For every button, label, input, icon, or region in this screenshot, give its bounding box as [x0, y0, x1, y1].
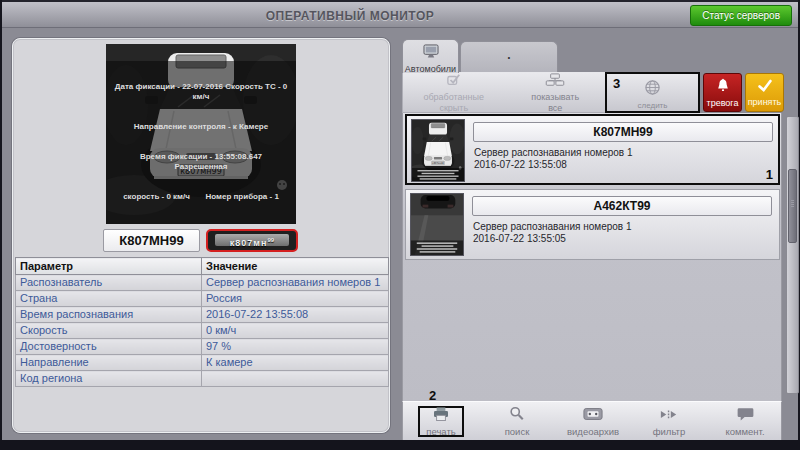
archive-label: видеоархив — [567, 426, 619, 437]
alarm-button[interactable]: тревога — [703, 73, 742, 112]
filter-playback-icon — [660, 407, 678, 425]
parameters-table: Параметр Значение РаспознавательСервер р… — [15, 257, 389, 387]
event-time: 2016-07-22 13:55:05 — [473, 233, 566, 244]
org-chart-icon — [545, 73, 565, 91]
check-icon — [746, 78, 783, 97]
recognition-list: К807МН99 Сервер распознавания номеров 1 … — [402, 113, 782, 401]
window-title: ОПЕРАТИВНЫЙ МОНИТОР — [2, 9, 698, 23]
scrollbar-thumb[interactable] — [788, 169, 797, 243]
print-label: печать — [426, 426, 455, 437]
bottom-toolbar: печать поиск видеоархив фильтр коммент. — [402, 401, 782, 440]
operational-monitor-window: ОПЕРАТИВНЫЙ МОНИТОР Статус серверов — [0, 0, 800, 450]
hide-processed-button[interactable]: обработанные скрыть — [403, 73, 505, 112]
col-header-param: Параметр — [16, 258, 202, 275]
comment-bubble-icon — [737, 407, 754, 425]
comment-label: коммент. — [725, 426, 764, 437]
follow-button[interactable]: 3 следить — [605, 72, 700, 113]
show-all-label-1: показывать — [531, 92, 579, 102]
event-server: Сервер распознавания номеров 1 — [473, 221, 631, 232]
table-row: Достоверность97 % — [16, 339, 389, 355]
list-item[interactable]: А462КТ99 Сервер распознавания номеров 1 … — [405, 189, 780, 260]
table-row: РаспознавательСервер распознавания номер… — [16, 275, 389, 291]
follow-label: следить — [607, 101, 698, 110]
title-bar: ОПЕРАТИВНЫЙ МОНИТОР Статус серверов — [2, 0, 798, 28]
tab-second[interactable]: . — [460, 41, 558, 73]
printer-icon — [432, 407, 450, 425]
comment-button[interactable]: коммент. — [710, 406, 780, 437]
overlay-line: Дата фиксации - 22-07-2016 Скорость ТС -… — [108, 82, 294, 102]
table-row: Скорость0 км/ч — [16, 323, 389, 339]
list-scrollbar[interactable] — [786, 116, 799, 394]
col-header-value: Значение — [202, 258, 389, 275]
plate-strip: к807мн99 — [215, 234, 289, 246]
follow-count-badge: 3 — [613, 76, 620, 91]
hide-processed-label-2: скрыть — [439, 103, 468, 113]
table-row: Код региона — [16, 371, 389, 387]
list-item[interactable]: К807МН99 Сервер распознавания номеров 1 … — [405, 114, 780, 185]
bell-icon — [704, 78, 741, 98]
video-archive-button[interactable]: видеоархив — [558, 406, 628, 437]
event-thumbnail — [410, 193, 464, 256]
overlay-line: Направление контроля - к Камере — [108, 122, 294, 132]
tab-cars-label: Автомобили — [403, 64, 458, 74]
search-label: поиск — [505, 426, 530, 437]
globe-eye-icon — [607, 79, 698, 100]
table-row: Время распознавания2016-07-22 13:55:08 — [16, 307, 389, 323]
photo-overlay-text: Дата фиксации - 22-07-2016 Скорость ТС -… — [106, 61, 296, 224]
plate-photo-crop: к807мн99 — [206, 229, 298, 252]
print-button[interactable]: печать — [418, 406, 464, 437]
list-toolbar: обработанные скрыть показывать все — [402, 72, 607, 113]
search-button[interactable]: поиск — [482, 406, 552, 437]
checkbox-check-icon — [445, 73, 463, 91]
table-header-row: Параметр Значение — [16, 258, 389, 275]
accept-label: принять — [746, 97, 783, 107]
capture-photo: к807мн99 Дата фиксации - 22-07-2016 Скор… — [106, 44, 296, 224]
plate-number-readout: К807МН99 — [103, 229, 200, 252]
cassette-icon — [583, 407, 603, 425]
event-thumbnail — [411, 119, 465, 182]
show-all-label-2: все — [548, 103, 562, 113]
capture-detail-panel: к807мн99 Дата фиксации - 22-07-2016 Скор… — [12, 38, 390, 433]
server-status-button[interactable]: Статус серверов — [690, 5, 792, 26]
event-badge: 1 — [766, 167, 773, 182]
accept-button[interactable]: принять — [745, 73, 784, 112]
plate-strip-region: 99 — [267, 237, 274, 243]
event-server: Сервер распознавания номеров 1 — [474, 147, 632, 158]
alarm-label: тревога — [704, 98, 741, 108]
event-time: 2016-07-22 13:55:08 — [474, 159, 567, 170]
tab-cars[interactable]: Автомобили — [402, 39, 459, 73]
hide-processed-label-1: обработанные — [423, 92, 484, 102]
table-row: НаправлениеК камере — [16, 355, 389, 371]
plate-strip-text: к807мн — [230, 238, 268, 248]
overlay-line: скорость - 0 км/ч Номер прибора - 1 — [108, 192, 294, 202]
filter-label: фильтр — [653, 426, 686, 437]
overlay-line: Время фиксации - 13:55:08.647 Разрешенна… — [108, 152, 294, 172]
table-row: СтранаРоссия — [16, 291, 389, 307]
monitor-icon — [403, 44, 458, 63]
search-icon — [509, 406, 525, 425]
event-plate: К807МН99 — [473, 122, 773, 142]
window-bottom-frame — [0, 440, 800, 450]
show-all-button[interactable]: показывать все — [505, 73, 607, 112]
event-plate: А462КТ99 — [472, 196, 772, 216]
filter-button[interactable]: фильтр — [634, 406, 704, 437]
